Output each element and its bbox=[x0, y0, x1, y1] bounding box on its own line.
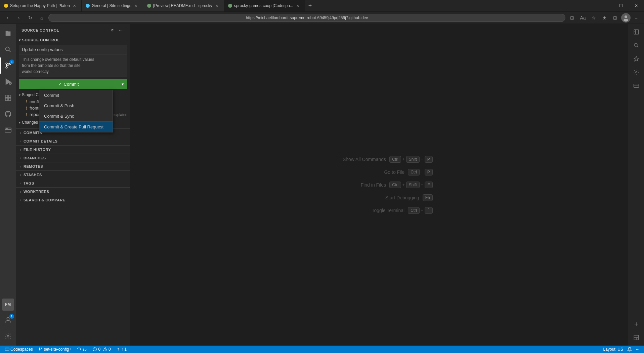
status-right: Layout: US ··· bbox=[601, 347, 641, 352]
right-icon-layout[interactable] bbox=[630, 26, 642, 38]
address-bar-actions: ⊞ Aa ☆ ★ ⊞ ··· bbox=[567, 13, 641, 23]
tab-3-close[interactable]: ✕ bbox=[214, 3, 220, 8]
activity-explorer[interactable] bbox=[0, 25, 16, 41]
add-favorites-icon[interactable]: ☆ bbox=[589, 13, 598, 23]
search-compare-section-header[interactable]: › SEARCH & COMPARE bbox=[16, 196, 130, 204]
activity-settings[interactable] bbox=[0, 328, 16, 344]
search-compare-label: SEARCH & COMPARE bbox=[24, 198, 66, 202]
changes-add[interactable]: + bbox=[121, 119, 127, 126]
maximize-button[interactable]: ☐ bbox=[613, 0, 629, 12]
svg-point-18 bbox=[7, 128, 7, 129]
tab-2-close[interactable]: ✕ bbox=[133, 3, 139, 8]
file-history-section-header[interactable]: › FILE HISTORY bbox=[16, 146, 130, 154]
dropdown-item-commit[interactable]: Commit bbox=[39, 90, 113, 101]
forward-button[interactable]: › bbox=[14, 13, 24, 23]
status-errors[interactable]: 0 0 bbox=[90, 346, 113, 353]
status-more[interactable]: ··· bbox=[634, 347, 641, 352]
back-button[interactable]: ‹ bbox=[3, 13, 12, 23]
svg-point-6 bbox=[6, 67, 7, 68]
file-status-frontmatter: ! bbox=[26, 106, 27, 111]
status-layout[interactable]: Layout: US bbox=[601, 347, 625, 352]
status-branch[interactable]: set-site-config+ bbox=[36, 346, 74, 353]
search-compare-section: › SEARCH & COMPARE bbox=[16, 196, 130, 204]
sidebar: SOURCE CONTROL ↺ ··· ▾ SOURCE CONTROL Up… bbox=[16, 24, 130, 346]
shortcut-find-in-files-label: Find in Files bbox=[326, 182, 386, 188]
activity-remote-explorer[interactable] bbox=[0, 122, 16, 138]
right-icon-layout-toggle[interactable] bbox=[630, 331, 642, 344]
reader-mode-icon[interactable]: Aa bbox=[578, 13, 588, 23]
dropdown-item-commit-sync[interactable]: Commit & Sync bbox=[39, 111, 113, 121]
new-tab-button[interactable]: + bbox=[305, 0, 315, 11]
status-sync[interactable] bbox=[75, 346, 89, 353]
address-input[interactable] bbox=[48, 14, 565, 22]
right-icon-remote[interactable] bbox=[630, 80, 642, 92]
remotes-section-header[interactable]: › REMOTES bbox=[16, 162, 130, 170]
dropdown-item-commit-push[interactable]: Commit & Push bbox=[39, 101, 113, 111]
worktrees-section-header[interactable]: › WORKTREES bbox=[16, 188, 130, 196]
right-sidebar bbox=[628, 24, 644, 346]
fm-icon[interactable]: FM bbox=[2, 299, 14, 311]
sidebar-more-btn[interactable]: ··· bbox=[117, 27, 125, 34]
source-control-section-header[interactable]: ▾ SOURCE CONTROL bbox=[16, 37, 130, 43]
tab-4-close[interactable]: ✕ bbox=[295, 3, 301, 8]
svg-point-38 bbox=[41, 348, 42, 348]
stashes-section-header[interactable]: › STASHES bbox=[16, 171, 130, 179]
kbd-ctrl-3: Ctrl bbox=[389, 182, 401, 188]
branches-section-header[interactable]: › BRANCHES bbox=[16, 154, 130, 162]
kbd-f: F bbox=[425, 182, 433, 188]
kbd-backtick: ` bbox=[425, 207, 433, 214]
tab-1-close[interactable]: ✕ bbox=[72, 3, 77, 8]
commit-message-area[interactable]: Update config values This change overrid… bbox=[19, 45, 127, 77]
extensions-icon[interactable]: ⊞ bbox=[567, 13, 577, 23]
svg-rect-21 bbox=[634, 30, 639, 34]
activity-github[interactable] bbox=[0, 106, 16, 122]
svg-point-4 bbox=[6, 63, 7, 65]
sidebar-refresh-btn[interactable]: ↺ bbox=[109, 27, 116, 34]
activity-extensions[interactable] bbox=[0, 90, 16, 106]
svg-line-3 bbox=[9, 50, 10, 52]
activity-run[interactable] bbox=[0, 74, 16, 90]
svg-rect-13 bbox=[5, 98, 7, 101]
tab-2[interactable]: General | Site settings ✕ bbox=[82, 0, 143, 11]
tab-1-icon bbox=[4, 4, 8, 8]
refresh-button[interactable]: ↻ bbox=[26, 13, 35, 23]
commit-dropdown-button[interactable]: ▾ bbox=[118, 79, 127, 89]
tags-section-header[interactable]: › TAGS bbox=[16, 179, 130, 187]
codespaces-label: Codespaces bbox=[10, 347, 33, 352]
changes-discard-all[interactable]: ↩ bbox=[113, 119, 120, 126]
shortcut-toggle-terminal: Toggle Terminal Ctrl + ` bbox=[326, 207, 433, 214]
shortcut-find-in-files: Find in Files Ctrl + Shift + F bbox=[326, 182, 433, 188]
activity-search[interactable] bbox=[0, 41, 16, 57]
chevron-down-icon: ▾ bbox=[122, 82, 124, 87]
right-icon-search[interactable] bbox=[630, 39, 642, 51]
tab-3[interactable]: [Preview] README.md - sprocky ✕ bbox=[143, 0, 224, 11]
svg-point-19 bbox=[7, 318, 9, 320]
status-follow[interactable]: ↑ 1 bbox=[114, 346, 129, 353]
activity-account[interactable]: 1 bbox=[0, 312, 16, 328]
minimize-button[interactable]: ─ bbox=[598, 0, 613, 12]
shortcut-find-in-files-keys: Ctrl + Shift + F bbox=[389, 182, 433, 188]
shortcut-toggle-terminal-label: Toggle Terminal bbox=[344, 208, 404, 213]
home-button[interactable]: ⌂ bbox=[37, 13, 46, 23]
collections-icon[interactable]: ⊞ bbox=[610, 13, 620, 23]
right-icon-extensions[interactable] bbox=[630, 53, 642, 65]
activity-source-control[interactable]: 3 bbox=[0, 57, 16, 74]
close-button[interactable]: ✕ bbox=[629, 0, 644, 12]
status-notifications[interactable] bbox=[625, 347, 634, 352]
branches-chevron: › bbox=[20, 156, 22, 160]
user-avatar[interactable] bbox=[621, 13, 631, 23]
dropdown-commit-push-label: Commit & Push bbox=[44, 103, 74, 108]
favorites-icon[interactable]: ★ bbox=[600, 13, 609, 23]
more-button[interactable]: ··· bbox=[632, 13, 641, 23]
commits-chevron: › bbox=[20, 131, 22, 135]
tab-1[interactable]: Setup on the Happy Path | Platen ✕ bbox=[0, 0, 82, 11]
right-icon-add[interactable] bbox=[630, 318, 642, 330]
commit-main-button[interactable]: ✓ Commit bbox=[19, 79, 118, 89]
titlebar: Setup on the Happy Path | Platen ✕ Gener… bbox=[0, 0, 644, 12]
worktrees-label: WORKTREES bbox=[24, 190, 49, 194]
tab-4[interactable]: sprocky-games-coop [Codespa... ✕ bbox=[224, 0, 305, 11]
status-codespaces[interactable]: Codespaces bbox=[3, 346, 35, 353]
commit-details-section-header[interactable]: › COMMIT DETAILS bbox=[16, 137, 130, 145]
right-icon-settings[interactable] bbox=[630, 66, 642, 78]
dropdown-item-commit-pr[interactable]: Commit & Create Pull Request bbox=[39, 122, 113, 132]
